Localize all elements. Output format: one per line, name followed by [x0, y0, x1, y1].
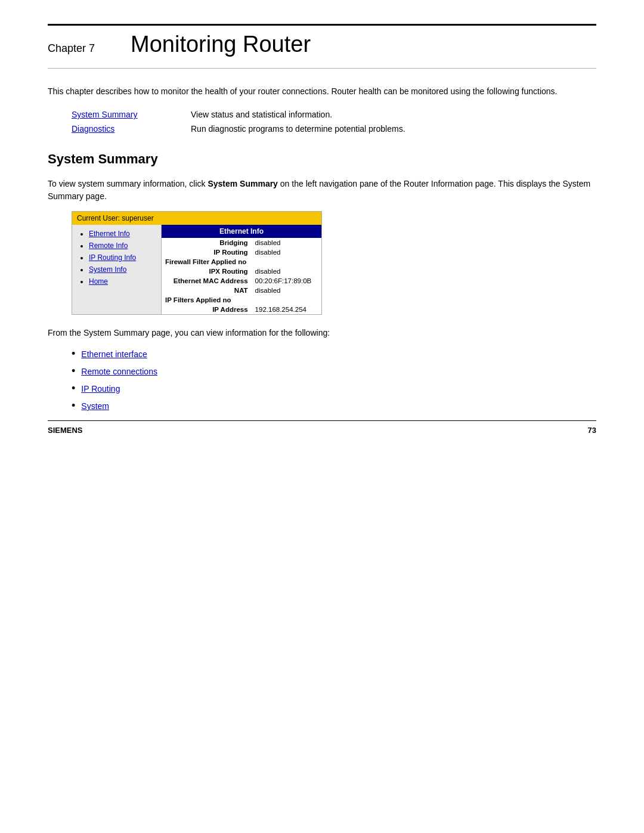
- nav-link-remote-info[interactable]: Remote Info: [89, 241, 128, 250]
- table-row-ip-routing: IP Routing disabled: [162, 247, 321, 257]
- nav-item-ethernet-info[interactable]: Ethernet Info: [89, 230, 154, 238]
- chapter-header: Chapter 7 Monitoring Router: [48, 32, 596, 57]
- value-ipx-routing: disabled: [252, 267, 321, 276]
- router-ui-screenshot: Current User: superuser Ethernet Info Re…: [72, 211, 322, 315]
- table-row-mac-address: Ethernet MAC Address 00:20:6F:17:89:0B: [162, 276, 321, 286]
- system-summary-desc: View status and statistical information.: [191, 110, 332, 119]
- router-ui-content-panel: Ethernet Info Bridging disabled IP Routi…: [162, 225, 321, 314]
- current-user-label: Current User: superuser: [77, 214, 154, 222]
- summary-bullet-list: Ethernet interface Remote connections IP…: [72, 348, 596, 412]
- function-row-system-summary: System Summary View status and statistic…: [72, 110, 596, 119]
- list-item-remote-connections: Remote connections: [72, 365, 596, 377]
- bold-system-summary: System Summary: [208, 179, 278, 188]
- system-summary-section: System Summary To view system summary in…: [48, 151, 596, 412]
- top-border: [48, 24, 596, 26]
- table-row-ipx-routing: IPX Routing disabled: [162, 267, 321, 276]
- system-summary-body: To view system summary information, clic…: [48, 178, 596, 203]
- table-row-nat: NAT disabled: [162, 286, 321, 295]
- router-ui-header-bar: Current User: superuser: [72, 212, 321, 225]
- nav-item-home[interactable]: Home: [89, 277, 154, 286]
- function-list: System Summary View status and statistic…: [72, 110, 596, 134]
- value-ip-address: 192.168.254.254: [252, 305, 321, 314]
- router-ui-nav-list: Ethernet Info Remote Info IP Routing Inf…: [79, 230, 154, 286]
- router-ui-info-table: Bridging disabled IP Routing disabled Fi…: [162, 238, 321, 314]
- link-system[interactable]: System: [81, 401, 109, 411]
- section-heading-system-summary: System Summary: [48, 151, 596, 167]
- router-ui-body: Ethernet Info Remote Info IP Routing Inf…: [72, 225, 321, 314]
- router-ui-nav: Ethernet Info Remote Info IP Routing Inf…: [72, 225, 162, 314]
- label-firewall-filter: Firewall Filter Applied no: [162, 257, 321, 267]
- nav-item-remote-info[interactable]: Remote Info: [89, 241, 154, 250]
- list-item-system: System: [72, 400, 596, 412]
- value-mac-address: 00:20:6F:17:89:0B: [252, 276, 321, 286]
- router-ui-content-header: Ethernet Info: [162, 225, 321, 238]
- after-text: From the System Summary page, you can vi…: [48, 327, 596, 339]
- chapter-label: Chapter 7: [48, 42, 95, 55]
- value-ip-routing: disabled: [252, 247, 321, 257]
- diagnostics-link[interactable]: Diagnostics: [72, 124, 191, 134]
- table-row-bridging: Bridging disabled: [162, 238, 321, 247]
- label-ip-routing: IP Routing: [162, 247, 252, 257]
- page-footer: SIEMENS 73: [48, 420, 596, 435]
- footer-page-number: 73: [588, 426, 596, 435]
- nav-link-system-info[interactable]: System Info: [89, 265, 126, 274]
- nav-item-system-info[interactable]: System Info: [89, 265, 154, 274]
- system-summary-link[interactable]: System Summary: [72, 110, 191, 119]
- footer-brand: SIEMENS: [48, 426, 83, 435]
- chapter-title: Monitoring Router: [131, 32, 311, 57]
- label-bridging: Bridging: [162, 238, 252, 247]
- list-item-ip-routing: IP Routing: [72, 382, 596, 395]
- label-mac-address: Ethernet MAC Address: [162, 276, 252, 286]
- link-remote-connections[interactable]: Remote connections: [81, 367, 157, 376]
- function-row-diagnostics: Diagnostics Run diagnostic programs to d…: [72, 124, 596, 134]
- label-ipx-routing: IPX Routing: [162, 267, 252, 276]
- nav-link-home[interactable]: Home: [89, 277, 108, 286]
- link-ethernet-interface[interactable]: Ethernet interface: [81, 349, 147, 359]
- label-nat: NAT: [162, 286, 252, 295]
- nav-link-ip-routing-info[interactable]: IP Routing Info: [89, 253, 136, 262]
- diagnostics-desc: Run diagnostic programs to determine pot…: [191, 124, 405, 134]
- nav-item-ip-routing-info[interactable]: IP Routing Info: [89, 253, 154, 262]
- value-nat: disabled: [252, 286, 321, 295]
- table-row-ip-filters: IP Filters Applied no: [162, 295, 321, 305]
- value-bridging: disabled: [252, 238, 321, 247]
- nav-link-ethernet-info[interactable]: Ethernet Info: [89, 230, 130, 238]
- intro-paragraph: This chapter describes how to monitor th…: [48, 85, 596, 98]
- table-row-ip-address: IP Address 192.168.254.254: [162, 305, 321, 314]
- label-ip-address: IP Address: [162, 305, 252, 314]
- label-ip-filters: IP Filters Applied no: [162, 295, 321, 305]
- table-row-firewall-filter: Firewall Filter Applied no: [162, 257, 321, 267]
- header-divider: [48, 68, 596, 69]
- list-item-ethernet-interface: Ethernet interface: [72, 348, 596, 360]
- link-ip-routing[interactable]: IP Routing: [81, 384, 120, 394]
